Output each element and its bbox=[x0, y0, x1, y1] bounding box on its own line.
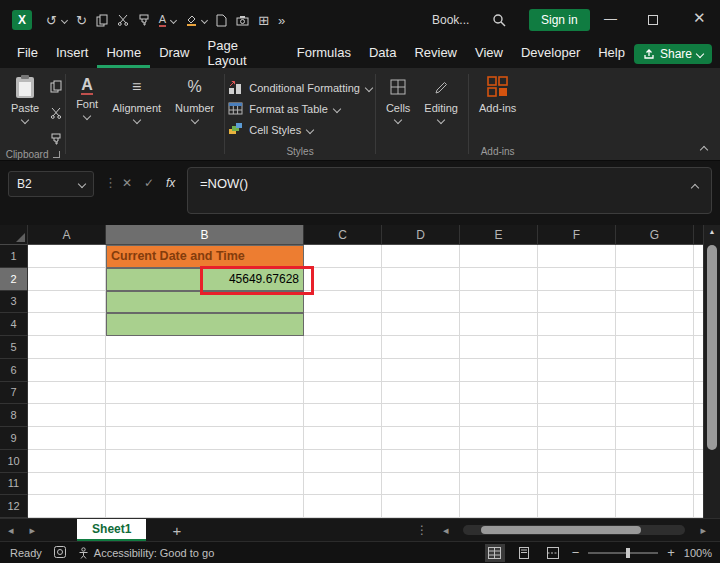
sheet-tab-sheet1[interactable]: Sheet1 bbox=[77, 519, 146, 541]
cancel-entry-button[interactable]: ✕ bbox=[122, 176, 132, 190]
cell-G1[interactable] bbox=[616, 245, 694, 268]
add-sheet-button[interactable]: + bbox=[172, 522, 181, 539]
cell-C12[interactable] bbox=[304, 495, 382, 518]
addins-button[interactable]: Add-ins bbox=[472, 73, 523, 116]
cell-D7[interactable] bbox=[382, 382, 460, 405]
cell-G7[interactable] bbox=[616, 382, 694, 405]
sign-in-button[interactable]: Sign in bbox=[529, 9, 590, 31]
cell-D6[interactable] bbox=[382, 359, 460, 382]
cell-A11[interactable] bbox=[28, 473, 106, 496]
qat-overflow-button[interactable]: » bbox=[278, 13, 285, 28]
cell-B1[interactable]: Current Date and Time bbox=[106, 245, 304, 268]
share-button[interactable]: Share bbox=[634, 44, 712, 64]
row-header-5[interactable]: 5 bbox=[0, 336, 28, 359]
tab-file[interactable]: File bbox=[8, 40, 47, 68]
cell-C7[interactable] bbox=[304, 382, 382, 405]
column-header-D[interactable]: D bbox=[382, 225, 460, 245]
cell-F4[interactable] bbox=[538, 313, 616, 336]
cell-E9[interactable] bbox=[460, 427, 538, 450]
horizontal-scrollbar-thumb[interactable] bbox=[481, 526, 641, 534]
insert-function-button[interactable]: fx bbox=[166, 176, 175, 190]
cell-E4[interactable] bbox=[460, 313, 538, 336]
cell-D8[interactable] bbox=[382, 404, 460, 427]
cell-F8[interactable] bbox=[538, 404, 616, 427]
cell-G6[interactable] bbox=[616, 359, 694, 382]
cell-G5[interactable] bbox=[616, 336, 694, 359]
sheet-nav-left-icon[interactable]: ◂ bbox=[0, 524, 22, 537]
row-header-12[interactable]: 12 bbox=[0, 495, 28, 518]
cell-E5[interactable] bbox=[460, 336, 538, 359]
zoom-slider-thumb[interactable] bbox=[626, 548, 630, 558]
cell-A6[interactable] bbox=[28, 359, 106, 382]
undo-button[interactable]: ↺ bbox=[46, 13, 57, 28]
tab-page-layout[interactable]: Page Layout bbox=[199, 40, 288, 68]
cell-D4[interactable] bbox=[382, 313, 460, 336]
font-color-button[interactable]: A bbox=[159, 14, 166, 27]
column-header-C[interactable]: C bbox=[304, 225, 382, 245]
cell-A9[interactable] bbox=[28, 427, 106, 450]
tab-insert[interactable]: Insert bbox=[47, 40, 98, 68]
new-file-button[interactable] bbox=[216, 14, 227, 27]
tab-formulas[interactable]: Formulas bbox=[288, 40, 360, 68]
cells-button[interactable]: Cells bbox=[379, 73, 417, 125]
format-painter-button[interactable] bbox=[138, 14, 150, 26]
accessibility-status[interactable]: Accessibility: Good to go bbox=[78, 547, 214, 559]
row-header-2[interactable]: 2 bbox=[0, 268, 28, 291]
cell-G9[interactable] bbox=[616, 427, 694, 450]
cell-D1[interactable] bbox=[382, 245, 460, 268]
fill-color-chevron-icon[interactable] bbox=[201, 16, 208, 23]
tab-home[interactable]: Home bbox=[97, 40, 150, 68]
cell-D3[interactable] bbox=[382, 291, 460, 314]
undo-menu-chevron-icon[interactable] bbox=[61, 16, 68, 23]
tab-help[interactable]: Help bbox=[589, 40, 634, 68]
cell-A2[interactable] bbox=[28, 268, 106, 291]
cell-A5[interactable] bbox=[28, 336, 106, 359]
row-header-10[interactable]: 10 bbox=[0, 450, 28, 473]
minimize-button[interactable]: — bbox=[604, 11, 617, 26]
cell-B9[interactable] bbox=[106, 427, 304, 450]
horizontal-scrollbar[interactable] bbox=[463, 525, 685, 535]
cell-F6[interactable] bbox=[538, 359, 616, 382]
cell-G10[interactable] bbox=[616, 450, 694, 473]
copy-button[interactable] bbox=[96, 14, 108, 27]
cell-C10[interactable] bbox=[304, 450, 382, 473]
cell-B11[interactable] bbox=[106, 473, 304, 496]
search-button[interactable] bbox=[492, 13, 506, 31]
tab-data[interactable]: Data bbox=[360, 40, 405, 68]
cell-B12[interactable] bbox=[106, 495, 304, 518]
cell-E3[interactable] bbox=[460, 291, 538, 314]
scroll-up-icon[interactable]: ▲ bbox=[704, 228, 720, 235]
scroll-right-icon[interactable]: ▸ bbox=[692, 524, 714, 537]
column-header-B[interactable]: B bbox=[106, 225, 304, 245]
cell-B8[interactable] bbox=[106, 404, 304, 427]
cell-B10[interactable] bbox=[106, 450, 304, 473]
cell-G3[interactable] bbox=[616, 291, 694, 314]
cell-C8[interactable] bbox=[304, 404, 382, 427]
clipboard-dialog-launcher-icon[interactable] bbox=[53, 151, 60, 158]
vertical-scrollbar[interactable]: ▲ bbox=[703, 225, 720, 518]
accept-entry-button[interactable]: ✓ bbox=[144, 176, 154, 190]
cell-E1[interactable] bbox=[460, 245, 538, 268]
cell-D2[interactable] bbox=[382, 268, 460, 291]
cell-A12[interactable] bbox=[28, 495, 106, 518]
fill-color-button[interactable] bbox=[185, 14, 197, 26]
scrollbar-dots-icon[interactable]: ⋮ bbox=[416, 523, 428, 537]
cell-A1[interactable] bbox=[28, 245, 106, 268]
cell-E8[interactable] bbox=[460, 404, 538, 427]
macro-record-button[interactable] bbox=[54, 546, 66, 560]
cell-B7[interactable] bbox=[106, 382, 304, 405]
cell-G11[interactable] bbox=[616, 473, 694, 496]
tab-review[interactable]: Review bbox=[405, 40, 466, 68]
cell-styles-button[interactable]: Cell Styles bbox=[228, 122, 372, 137]
cell-F2[interactable] bbox=[538, 268, 616, 291]
row-header-4[interactable]: 4 bbox=[0, 313, 28, 336]
sheet-nav-right-icon[interactable]: ▸ bbox=[22, 524, 44, 537]
editing-button[interactable]: Editing bbox=[417, 73, 465, 125]
camera-button[interactable] bbox=[236, 15, 249, 26]
cell-E2[interactable] bbox=[460, 268, 538, 291]
cell-C11[interactable] bbox=[304, 473, 382, 496]
cell-B5[interactable] bbox=[106, 336, 304, 359]
normal-view-button[interactable] bbox=[485, 544, 505, 562]
cell-C6[interactable] bbox=[304, 359, 382, 382]
clipboard-format-painter-button[interactable] bbox=[50, 131, 62, 149]
